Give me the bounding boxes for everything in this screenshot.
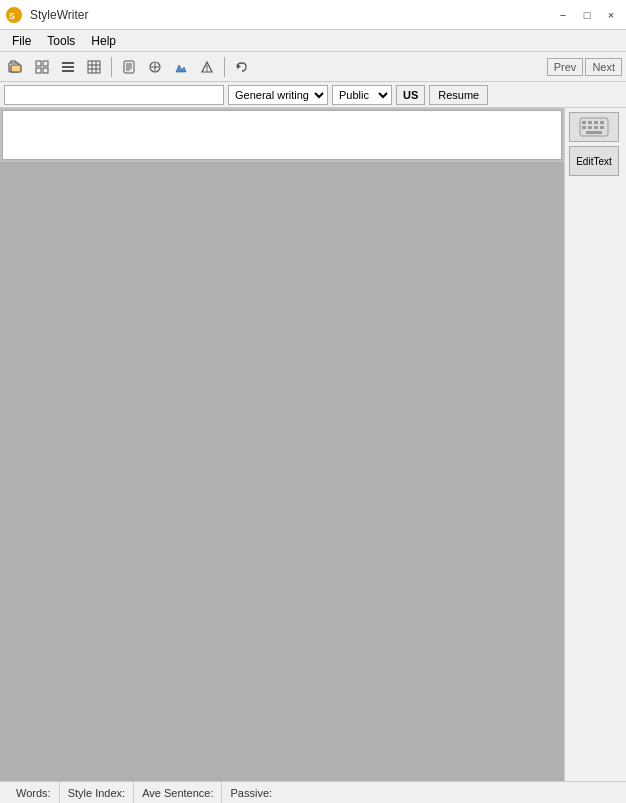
words-label: Words: <box>16 787 51 799</box>
ave-sentence-label: Ave Sentence: <box>142 787 213 799</box>
svg-rect-7 <box>43 68 48 73</box>
svg-point-26 <box>206 69 208 71</box>
svg-rect-9 <box>62 66 74 68</box>
grid-btn-1[interactable] <box>30 55 54 79</box>
style-index-label: Style Index: <box>68 787 125 799</box>
format-btn-3[interactable] <box>169 55 193 79</box>
svg-rect-5 <box>43 61 48 66</box>
svg-rect-8 <box>62 62 74 64</box>
edit-text-button[interactable]: EditText <box>569 146 619 176</box>
svg-rect-16 <box>124 61 134 73</box>
title-bar-controls: − □ × <box>552 4 622 26</box>
close-button[interactable]: × <box>600 4 622 26</box>
grid-btn-3[interactable] <box>82 55 106 79</box>
svg-rect-6 <box>36 68 41 73</box>
menu-tools[interactable]: Tools <box>39 30 83 51</box>
text-area-wrapper <box>2 110 562 160</box>
passive-status: Passive: <box>222 782 280 803</box>
svg-rect-10 <box>62 70 74 72</box>
audience-select[interactable]: Public Expert Novice <box>332 85 392 105</box>
writing-style-select[interactable]: General writing Academic Business Techni… <box>228 85 328 105</box>
svg-rect-29 <box>582 121 586 124</box>
menu-help[interactable]: Help <box>83 30 124 51</box>
svg-marker-27 <box>237 64 241 69</box>
passive-label: Passive: <box>230 787 272 799</box>
language-button[interactable]: US <box>396 85 425 105</box>
svg-rect-31 <box>594 121 598 124</box>
app-title: StyleWriter <box>30 8 88 22</box>
status-bar: Words: Style Index: Ave Sentence: Passiv… <box>0 781 626 803</box>
app-icon: S <box>4 5 24 25</box>
svg-rect-36 <box>600 126 604 129</box>
right-panel: EditText <box>564 108 626 781</box>
svg-rect-30 <box>588 121 592 124</box>
nav-buttons: Prev Next <box>547 58 622 76</box>
gray-content-area <box>0 162 564 781</box>
menu-bar: File Tools Help <box>0 30 626 52</box>
search-input[interactable] <box>4 85 224 105</box>
words-status: Words: <box>8 782 60 803</box>
svg-rect-4 <box>36 61 41 66</box>
open-button[interactable] <box>4 55 28 79</box>
grid-btn-2[interactable] <box>56 55 80 79</box>
minimize-button[interactable]: − <box>552 4 574 26</box>
style-index-status: Style Index: <box>60 782 134 803</box>
undo-btn[interactable] <box>230 55 254 79</box>
maximize-button[interactable]: □ <box>576 4 598 26</box>
style-toolbar: General writing Academic Business Techni… <box>0 82 626 108</box>
separator-2 <box>224 57 225 77</box>
main-text-area[interactable] <box>3 111 561 159</box>
svg-rect-33 <box>582 126 586 129</box>
svg-rect-32 <box>600 121 604 124</box>
resume-button[interactable]: Resume <box>429 85 488 105</box>
title-bar: S StyleWriter − □ × <box>0 0 626 30</box>
format-btn-4[interactable] <box>195 55 219 79</box>
svg-rect-3 <box>11 65 21 72</box>
svg-rect-11 <box>88 61 100 73</box>
svg-rect-37 <box>586 131 602 134</box>
content-panel <box>0 108 564 781</box>
title-bar-left: S StyleWriter <box>4 5 88 25</box>
prev-button[interactable]: Prev <box>547 58 584 76</box>
svg-rect-34 <box>588 126 592 129</box>
format-btn-1[interactable] <box>117 55 141 79</box>
ave-sentence-status: Ave Sentence: <box>134 782 222 803</box>
menu-file[interactable]: File <box>4 30 39 51</box>
keyboard-icon-button[interactable] <box>569 112 619 142</box>
svg-rect-35 <box>594 126 598 129</box>
main-toolbar: Prev Next <box>0 52 626 82</box>
format-btn-2[interactable] <box>143 55 167 79</box>
next-button[interactable]: Next <box>585 58 622 76</box>
separator-1 <box>111 57 112 77</box>
main-area: EditText <box>0 108 626 781</box>
svg-text:S: S <box>9 11 15 21</box>
